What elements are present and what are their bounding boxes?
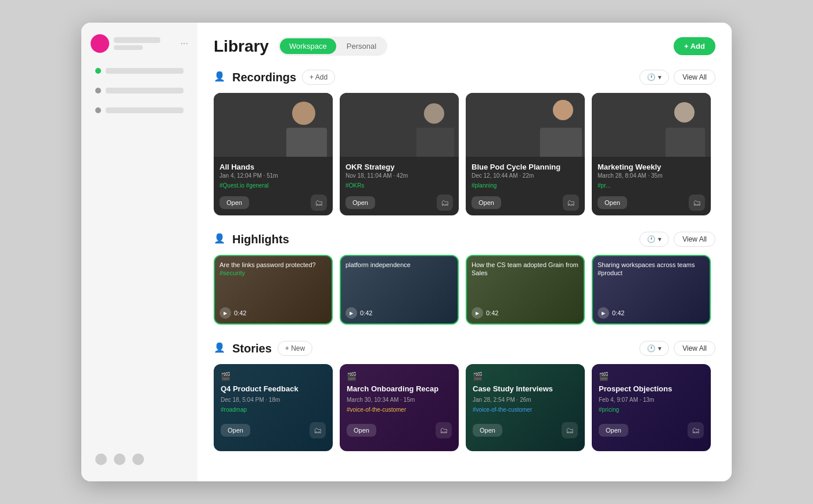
sidebar: ···: [81, 23, 197, 481]
recording-card-3[interactable]: Marketing Weekly March 28, 8:04 AM · 35m…: [592, 93, 711, 215]
recording-actions-2: Open 🗂: [472, 195, 579, 211]
play-circle-0: ▶: [220, 307, 231, 319]
story-tag-2: #voice-of-the-customer: [473, 406, 578, 413]
highlight-play-0[interactable]: ▶ 0:42: [220, 307, 246, 319]
recordings-sort-button[interactable]: 🕐 ▾: [639, 70, 669, 85]
recording-info-0: All Hands Jan 4, 12:04 PM · 51m #Quest.i…: [214, 157, 333, 215]
app-window: ··· Library Workspace Person: [81, 23, 732, 481]
story-film-icon-2: 🎬: [473, 372, 483, 381]
story-open-button-3[interactable]: Open: [599, 424, 628, 437]
footer-icon-1[interactable]: [95, 453, 107, 465]
briefcase-icon-2[interactable]: 🗂: [563, 195, 579, 211]
stories-title: Stories: [232, 342, 272, 355]
highlight-duration-0: 0:42: [234, 309, 246, 316]
story-open-button-1[interactable]: Open: [347, 424, 376, 437]
recording-actions-1: Open 🗂: [346, 195, 453, 211]
recordings-add-button[interactable]: + Add: [302, 70, 335, 85]
highlight-thumb-2: How the CS team adopted Grain from Sales…: [467, 256, 584, 323]
story-card-0[interactable]: 🎬 Q4 Product Feedback Dec 18, 5:04 PM · …: [214, 364, 333, 451]
person-body-1: [416, 128, 454, 157]
recording-open-button-0[interactable]: Open: [220, 196, 249, 209]
sidebar-item-1[interactable]: [91, 64, 188, 77]
stories-sort-chevron: ▾: [658, 344, 661, 352]
highlight-card-1[interactable]: platform independence ▶ 0:42: [340, 255, 459, 325]
footer-icon-2[interactable]: [114, 453, 125, 465]
story-briefcase-2[interactable]: 🗂: [562, 422, 578, 438]
highlight-card-2[interactable]: How the CS team adopted Grain from Sales…: [466, 255, 585, 325]
tab-personal[interactable]: Personal: [337, 38, 386, 54]
highlights-header-right: 🕐 ▾ View All: [639, 232, 715, 247]
play-circle-3: ▶: [598, 307, 609, 319]
stories-section-header: 👤 Stories + New 🕐 ▾ View All: [214, 341, 715, 356]
story-card-3[interactable]: 🎬 Prospect Objections Feb 4, 9:07 AM · 1…: [592, 364, 711, 451]
stories-section: 👤 Stories + New 🕐 ▾ View All 🎬 Q4 Produc…: [214, 341, 715, 451]
recording-date-2: Dec 12, 10:44 AM · 22m: [472, 172, 579, 179]
recordings-view-all-button[interactable]: View All: [674, 70, 715, 85]
sidebar-item-label-2: [106, 88, 184, 93]
story-open-button-2[interactable]: Open: [473, 424, 502, 437]
recording-card-2[interactable]: Blue Pod Cycle Planning Dec 12, 10:44 AM…: [466, 93, 585, 215]
story-film-icon-3: 🎬: [599, 372, 609, 381]
recording-card-0[interactable]: All Hands Jan 4, 12:04 PM · 51m #Quest.i…: [214, 93, 333, 215]
highlight-duration-3: 0:42: [612, 309, 624, 316]
highlight-card-3[interactable]: Sharing workspaces across teams #product…: [592, 255, 711, 325]
page-header: Library Workspace Personal + Add: [214, 37, 715, 56]
briefcase-icon-0[interactable]: 🗂: [311, 195, 327, 211]
play-circle-1: ▶: [346, 307, 357, 319]
recording-title-0: All Hands: [220, 163, 327, 171]
story-briefcase-1[interactable]: 🗂: [436, 422, 452, 438]
story-date-2: Jan 28, 2:54 PM · 26m: [473, 397, 578, 403]
sidebar-menu-dots[interactable]: ···: [181, 38, 188, 49]
highlight-play-1[interactable]: ▶ 0:42: [346, 307, 372, 319]
highlights-cards-row: Are the links password protected? #secur…: [214, 255, 715, 325]
story-date-0: Dec 18, 5:04 PM · 18m: [221, 397, 326, 403]
highlight-card-0[interactable]: Are the links password protected? #secur…: [214, 255, 333, 325]
stories-sort-button[interactable]: 🕐 ▾: [639, 341, 669, 356]
highlights-view-all-button[interactable]: View All: [674, 232, 715, 247]
recording-open-button-1[interactable]: Open: [346, 196, 375, 209]
story-card-1[interactable]: 🎬 March Onboarding Recap March 30, 10:34…: [340, 364, 459, 451]
story-tag-1: #voice-of-the-customer: [347, 406, 452, 413]
tab-workspace[interactable]: Workspace: [280, 38, 336, 54]
footer-icon-3[interactable]: [132, 453, 144, 465]
recording-open-button-2[interactable]: Open: [472, 196, 501, 209]
recording-open-button-3[interactable]: Open: [598, 196, 627, 209]
sidebar-dot-gray-2: [95, 107, 101, 113]
story-title-3: Prospect Objections: [599, 384, 704, 394]
story-open-button-0[interactable]: Open: [221, 424, 250, 437]
story-tag-0: #roadmap: [221, 406, 326, 413]
recording-tag-1: #OKRs: [346, 182, 453, 189]
recordings-section: 👤 Recordings + Add 🕐 ▾ View All: [214, 70, 715, 215]
highlight-label-0: Are the links password protected? #secur…: [220, 261, 327, 278]
briefcase-icon-3[interactable]: 🗂: [689, 195, 705, 211]
play-circle-2: ▶: [472, 307, 483, 319]
recording-actions-3: Open 🗂: [598, 195, 705, 211]
highlight-play-2[interactable]: ▶ 0:42: [472, 307, 498, 319]
story-card-2[interactable]: 🎬 Case Study Interviews Jan 28, 2:54 PM …: [466, 364, 585, 451]
story-actions-3: Open 🗂: [599, 422, 704, 438]
recording-thumb-1: [340, 93, 459, 157]
recording-title-2: Blue Pod Cycle Planning: [472, 163, 579, 171]
sidebar-footer: [91, 449, 188, 470]
stories-icon: 👤: [214, 342, 226, 355]
recordings-cards-row: All Hands Jan 4, 12:04 PM · 51m #Quest.i…: [214, 93, 715, 215]
recording-thumb-3: [592, 93, 711, 157]
stories-new-button[interactable]: + New: [278, 341, 312, 356]
sidebar-item-2[interactable]: [91, 84, 188, 97]
story-briefcase-3[interactable]: 🗂: [688, 422, 704, 438]
recordings-header-left: 👤 Recordings + Add: [214, 70, 335, 85]
clock-icon: 🕐: [647, 73, 656, 81]
story-title-2: Case Study Interviews: [473, 384, 578, 394]
highlights-sort-button[interactable]: 🕐 ▾: [639, 232, 669, 247]
story-tag-3: #pricing: [599, 406, 704, 413]
tab-group: Workspace Personal: [278, 37, 387, 56]
story-briefcase-0[interactable]: 🗂: [310, 422, 326, 438]
stories-view-all-button[interactable]: View All: [674, 341, 715, 356]
recordings-section-header: 👤 Recordings + Add 🕐 ▾ View All: [214, 70, 715, 85]
username-sub-blurred: [114, 45, 143, 50]
highlight-play-3[interactable]: ▶ 0:42: [598, 307, 624, 319]
recording-card-1[interactable]: OKR Strategy Nov 18, 11:04 AM · 42m #OKR…: [340, 93, 459, 215]
add-main-button[interactable]: + Add: [674, 37, 715, 55]
briefcase-icon-1[interactable]: 🗂: [437, 195, 453, 211]
sidebar-item-3[interactable]: [91, 104, 188, 117]
